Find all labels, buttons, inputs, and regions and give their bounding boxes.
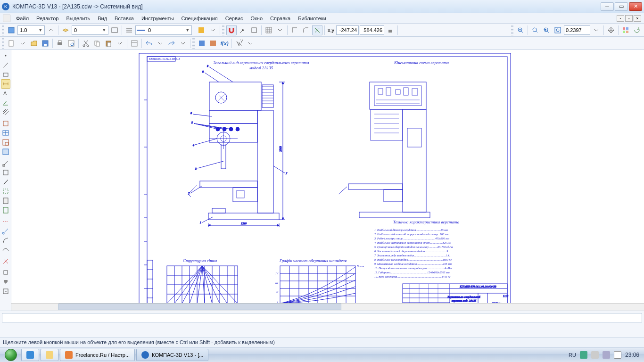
properties-icon[interactable] bbox=[129, 38, 140, 49]
param-tool-icon[interactable] bbox=[1, 168, 10, 177]
library2-icon[interactable] bbox=[208, 38, 218, 49]
taskbar-freelance[interactable]: Freelance.Ru / Настр... bbox=[60, 349, 135, 361]
layer-icon[interactable] bbox=[60, 25, 71, 35]
snap-settings-icon[interactable] bbox=[249, 25, 259, 35]
axis-tool-icon[interactable] bbox=[1, 226, 10, 236]
refresh-icon[interactable] bbox=[620, 25, 631, 35]
dropdown-icon[interactable] bbox=[245, 38, 256, 49]
taskbar-explorer[interactable] bbox=[41, 349, 58, 361]
command-input[interactable] bbox=[2, 313, 642, 322]
grip-icon[interactable] bbox=[2, 38, 4, 49]
reports-tool-icon[interactable] bbox=[1, 206, 10, 215]
state-icon[interactable] bbox=[6, 25, 17, 35]
clock[interactable]: 23:06 bbox=[625, 352, 639, 358]
snap-tool-icon[interactable] bbox=[1, 256, 10, 266]
save-icon[interactable] bbox=[40, 38, 50, 49]
snap-end-icon[interactable] bbox=[238, 25, 248, 35]
lang-indicator[interactable]: RU bbox=[569, 352, 576, 358]
help-icon[interactable]: ? bbox=[234, 38, 244, 49]
tray-flag-icon[interactable] bbox=[614, 351, 621, 359]
text-tool-icon[interactable]: A bbox=[1, 89, 10, 98]
lcs-icon[interactable] bbox=[312, 25, 322, 35]
grip-icon[interactable] bbox=[222, 25, 224, 35]
dropdown-icon[interactable] bbox=[178, 38, 188, 49]
spin-up-icon[interactable] bbox=[46, 25, 56, 35]
edit2-tool-icon[interactable] bbox=[1, 287, 10, 296]
tray-network-icon[interactable] bbox=[591, 351, 599, 359]
menu-libs[interactable]: Библиотеки bbox=[294, 15, 330, 22]
new-icon[interactable] bbox=[6, 38, 17, 49]
measure-tool-icon[interactable] bbox=[1, 177, 10, 187]
dropdown-icon[interactable] bbox=[115, 38, 125, 49]
zoom-input[interactable] bbox=[564, 25, 590, 35]
grip-icon[interactable] bbox=[192, 38, 195, 49]
zoom-prev-icon[interactable] bbox=[541, 25, 552, 35]
fill-tool-icon[interactable] bbox=[1, 277, 10, 287]
lines-icon[interactable] bbox=[124, 25, 134, 35]
grid-icon[interactable] bbox=[264, 25, 274, 35]
aux-line-icon[interactable] bbox=[1, 217, 10, 226]
zoom-in-icon[interactable] bbox=[515, 25, 526, 35]
menu-window[interactable]: Окно bbox=[247, 15, 266, 22]
library-icon[interactable] bbox=[197, 38, 207, 49]
print-icon[interactable] bbox=[55, 38, 65, 49]
cut-icon[interactable] bbox=[81, 38, 91, 49]
angle-dim-icon[interactable] bbox=[1, 98, 10, 107]
magnet-icon[interactable] bbox=[226, 25, 237, 35]
line-tool-icon[interactable] bbox=[1, 60, 10, 70]
table-tool-icon[interactable] bbox=[1, 128, 10, 138]
taskbar-ie[interactable] bbox=[21, 349, 39, 361]
preview-icon[interactable] bbox=[66, 38, 76, 49]
style-combo[interactable]: 0▾ bbox=[135, 25, 192, 35]
coord-x-input[interactable] bbox=[336, 25, 359, 35]
menu-tools[interactable]: Инструменты bbox=[138, 15, 178, 22]
tray-volume-icon[interactable] bbox=[603, 351, 610, 359]
grip-icon[interactable] bbox=[511, 25, 513, 35]
coords-lock-icon[interactable] bbox=[385, 25, 396, 35]
menu-help[interactable]: Справка bbox=[266, 15, 294, 22]
dropdown-icon[interactable] bbox=[17, 38, 28, 49]
rebuild-icon[interactable] bbox=[632, 25, 642, 35]
menu-service[interactable]: Сервис bbox=[222, 15, 247, 22]
pan-icon[interactable] bbox=[606, 25, 616, 35]
mdi-restore[interactable]: ▫ bbox=[625, 15, 633, 22]
hatch-tool-icon[interactable] bbox=[1, 107, 10, 117]
copy-icon[interactable] bbox=[92, 38, 102, 49]
tray-icon[interactable] bbox=[580, 351, 587, 359]
view-tool-icon[interactable] bbox=[1, 147, 10, 156]
title-block-icon[interactable] bbox=[1, 138, 10, 147]
drawing-canvas[interactable]: КВМП0001012115-ПК513 Загальний вид верти… bbox=[11, 50, 644, 303]
grip-icon[interactable] bbox=[2, 25, 4, 35]
redo-icon[interactable] bbox=[166, 38, 177, 49]
menu-view[interactable]: Вид bbox=[94, 15, 111, 22]
select-tool-icon[interactable] bbox=[1, 187, 10, 196]
dropdown-icon[interactable] bbox=[275, 25, 285, 35]
h-scrollbar[interactable] bbox=[11, 303, 644, 311]
maximize-button[interactable]: ▭ bbox=[615, 2, 628, 11]
mdi-minimize[interactable]: - bbox=[617, 15, 624, 22]
paste-icon[interactable] bbox=[103, 38, 114, 49]
move-tool-icon[interactable] bbox=[1, 158, 10, 168]
minimize-button[interactable]: ─ bbox=[601, 2, 614, 11]
layer-combo[interactable]: 0▾ bbox=[72, 25, 108, 35]
menu-select[interactable]: Выделить bbox=[62, 15, 94, 22]
coord-y-input[interactable] bbox=[360, 25, 384, 35]
menu-spec[interactable]: Спецификация bbox=[178, 15, 222, 22]
start-button[interactable] bbox=[2, 348, 20, 362]
ortho-icon[interactable] bbox=[289, 25, 300, 35]
undo-icon[interactable] bbox=[144, 38, 154, 49]
close-button[interactable]: ✕ bbox=[629, 2, 642, 11]
open-icon[interactable] bbox=[29, 38, 39, 49]
spec-tool-icon[interactable] bbox=[1, 196, 10, 206]
edit-tool-icon[interactable] bbox=[1, 119, 10, 128]
menu-insert[interactable]: Вставка bbox=[111, 15, 138, 22]
rect-tool-icon[interactable] bbox=[1, 70, 10, 79]
rounding-icon[interactable] bbox=[301, 25, 311, 35]
menu-file[interactable]: Файл bbox=[12, 15, 33, 22]
dropdown-icon[interactable] bbox=[591, 25, 602, 35]
dropdown-icon[interactable] bbox=[155, 38, 165, 49]
zoom-all-icon[interactable] bbox=[553, 25, 563, 35]
taskbar-kompas[interactable]: КОМПАС-3D V13 - [... bbox=[136, 349, 208, 361]
arc-tool-icon[interactable] bbox=[1, 236, 10, 245]
menu-editor[interactable]: Редактор bbox=[33, 15, 62, 22]
